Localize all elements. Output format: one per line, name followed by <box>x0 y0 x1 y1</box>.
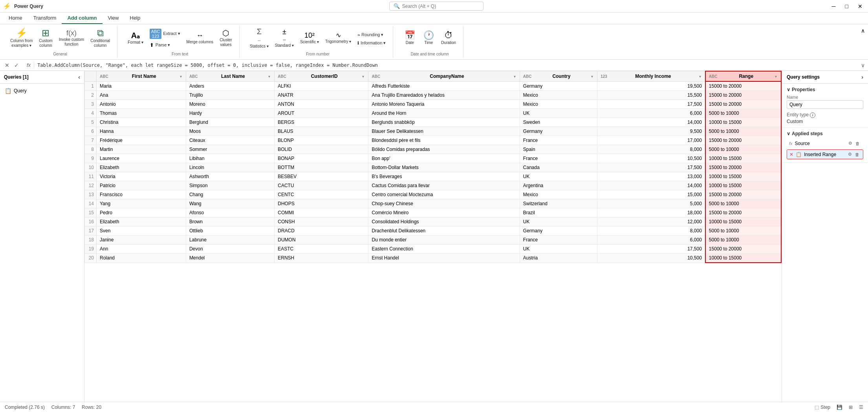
query-settings-expand-button[interactable]: › <box>861 74 863 80</box>
col-header-country[interactable]: ABC Country ▾ <box>520 71 597 81</box>
maximize-button[interactable]: □ <box>843 2 851 10</box>
col-header-companyname[interactable]: ABC CompanyName ▾ <box>368 71 520 81</box>
step-source[interactable]: fx Source ⚙ 🗑 <box>787 139 863 148</box>
close-button[interactable]: ✕ <box>855 2 865 10</box>
trigonometry-button[interactable]: ∿ Trigonometry ▾ <box>323 31 353 46</box>
country-filter-button[interactable]: ▾ <box>590 74 594 79</box>
information-button[interactable]: ℹ Information ▾ <box>355 40 388 46</box>
grid-view-button[interactable]: ⊞ <box>849 405 853 410</box>
table-cell-income: 15,500 <box>597 91 705 100</box>
rounding-label: Rounding ▾ <box>361 32 383 37</box>
table-cell: Devon <box>186 245 274 254</box>
step-range-settings-button[interactable]: ⚙ <box>847 151 853 157</box>
tab-transform[interactable]: Transform <box>28 13 62 24</box>
col-header-firstname[interactable]: ABC First Name ▾ <box>97 71 186 81</box>
range-type-icon: ABC <box>709 74 718 79</box>
table-cell-income: 17,500 <box>597 245 705 254</box>
parse-button[interactable]: ⬆ Parse ▾ <box>147 41 183 49</box>
extract-button[interactable]: ABC123 Extract ▾ <box>147 28 183 40</box>
lastname-filter-button[interactable]: ▾ <box>267 74 271 79</box>
formula-expand-button[interactable]: ∨ <box>861 62 865 68</box>
step-source-settings-button[interactable]: ⚙ <box>847 140 853 146</box>
table-cell-income: 19,500 <box>597 81 705 91</box>
column-from-examples-button[interactable]: ⚡ Column fromexamples ▾ <box>8 27 35 50</box>
col-header-monthlyincome[interactable]: 123 Monthly Income ▾ <box>597 71 705 81</box>
format-icon: Aₐ <box>131 31 140 39</box>
col-header-customerid[interactable]: ABC CustomerID ▾ <box>275 71 368 81</box>
lastname-label: Last Name <box>221 74 245 79</box>
step-range-delete-button[interactable]: 🗑 <box>854 151 861 157</box>
companyname-filter-button[interactable]: ▾ <box>513 74 516 79</box>
col-header-lastname[interactable]: ABC Last Name ▾ <box>186 71 274 81</box>
table-cell-range: 15000 to 20000 <box>705 136 781 145</box>
col-header-range[interactable]: ABC Range ▾ <box>705 71 781 81</box>
table-cell-range: 5000 to 10000 <box>705 127 781 136</box>
table-cell: Ana <box>97 91 186 100</box>
minimize-button[interactable]: ─ <box>830 2 838 10</box>
range-filter-button[interactable]: ▾ <box>774 74 778 79</box>
table-cell: Around the Horn <box>368 109 520 118</box>
table-cell: Yang <box>97 199 186 208</box>
customerid-filter-button[interactable]: ▾ <box>361 74 365 79</box>
save-icon-button[interactable]: 💾 <box>837 405 842 410</box>
tab-help[interactable]: Help <box>125 13 146 24</box>
custom-column-button[interactable]: ⊞ Customcolumn <box>37 27 55 50</box>
time-button[interactable]: 🕐 Time <box>420 29 437 47</box>
rounding-button[interactable]: ≈ Rounding ▾ <box>355 31 388 38</box>
sidebar-collapse-button[interactable]: ‹ <box>78 74 80 80</box>
extract-icon: ABC123 <box>150 29 162 39</box>
applied-steps-label: Applied steps <box>792 131 823 136</box>
merge-columns-label: Merge columns <box>187 40 213 44</box>
query-name-input[interactable] <box>787 100 863 109</box>
statistics-icon: Σ─ <box>257 28 262 43</box>
formula-bar: ✕ ✓ fx Table.AddColumn(Source, "Range", … <box>0 60 868 71</box>
date-button[interactable]: 📅 Date <box>401 29 418 47</box>
sidebar-item-query[interactable]: 📋 Query <box>2 86 82 96</box>
search-box[interactable]: 🔍 <box>389 2 483 11</box>
table-view-button[interactable]: ☰ <box>859 405 863 410</box>
tab-view[interactable]: View <box>103 13 125 24</box>
step-button[interactable]: ⬚ Step <box>815 405 830 410</box>
duration-button[interactable]: ⏱ Duration <box>439 29 458 47</box>
standard-button[interactable]: ±─ Standard ▾ <box>273 27 296 50</box>
table-cell: BOTTM <box>275 163 368 172</box>
table-cell: Canada <box>520 163 597 172</box>
merge-columns-button[interactable]: ↔ Merge columns <box>184 30 216 46</box>
table-cell: Antonio Moreno Taqueria <box>368 100 520 109</box>
table-cell: Lincoln <box>186 163 274 172</box>
ribbon-collapse-button[interactable]: ∧ <box>861 28 865 34</box>
income-filter-button[interactable]: ▾ <box>698 74 702 79</box>
table-cell-range: 15000 to 20000 <box>705 91 781 100</box>
table-cell: France <box>520 235 597 245</box>
parse-label: Parse ▾ <box>156 42 170 48</box>
formula-confirm-button[interactable]: ✓ <box>13 61 20 69</box>
firstname-filter-button[interactable]: ▾ <box>179 74 183 79</box>
row-number: 3 <box>85 100 97 109</box>
formula-cancel-button[interactable]: ✕ <box>3 61 11 69</box>
table-cell-income: 5,000 <box>597 199 705 208</box>
tab-home[interactable]: Home <box>3 13 28 24</box>
conditional-column-button[interactable]: ⧉ Conditionalcolumn <box>88 27 112 50</box>
tab-add-column[interactable]: Add column <box>62 13 102 24</box>
invoke-custom-function-button[interactable]: f(x) Invoke customfunction <box>57 28 86 48</box>
data-table-container[interactable]: ABC First Name ▾ ABC Last Name ▾ <box>84 71 782 402</box>
table-cell: Bon app' <box>368 154 520 163</box>
table-cell-income: 14,000 <box>597 118 705 127</box>
applied-steps-chevron: ∨ <box>787 131 790 136</box>
table-cell: Brown <box>186 217 274 226</box>
format-button[interactable]: Aₐ Format ▾ <box>125 30 145 46</box>
scientific-button[interactable]: 10² Scientific ▾ <box>298 30 321 46</box>
formula-action-buttons: ✕ ✓ <box>3 61 20 69</box>
entity-type-info-icon: i <box>810 112 815 118</box>
table-cell: Simpson <box>186 181 274 190</box>
cluster-values-button[interactable]: ⬡ Clustervalues <box>217 28 234 49</box>
from-text-label: From text <box>172 50 188 56</box>
step-inserted-range[interactable]: ✕ 📋 Inserted Range ⚙ 🗑 <box>787 149 863 159</box>
properties-chevron: ∨ <box>787 87 790 92</box>
table-cell: Centro comercial Moctezuma <box>368 190 520 199</box>
step-source-delete-button[interactable]: 🗑 <box>854 140 861 146</box>
date-icon: 📅 <box>405 31 415 40</box>
row-number: 6 <box>85 127 97 136</box>
statistics-button[interactable]: Σ─ Statistics ▾ <box>247 26 271 50</box>
search-input[interactable] <box>402 4 473 9</box>
